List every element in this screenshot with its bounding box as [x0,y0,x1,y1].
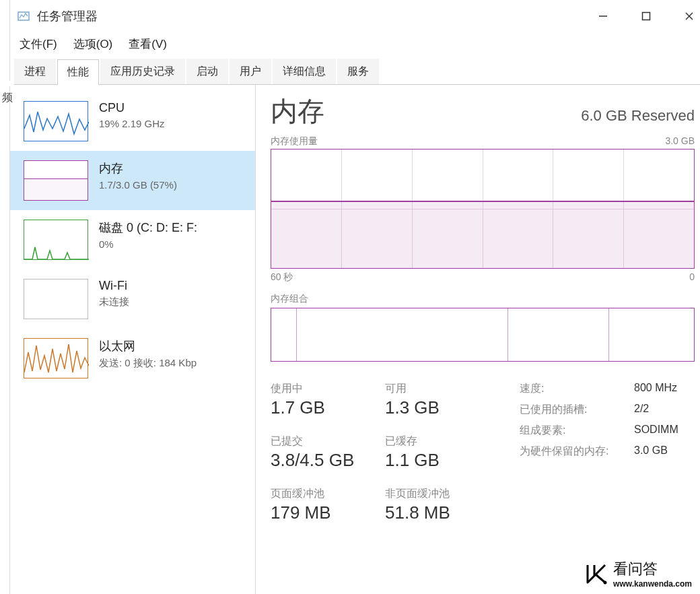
spec-slots-value: 2/2 [634,403,678,417]
specs-grid: 速度: 800 MHz 已使用的插槽: 2/2 组成要素: SODIMM 为硬件… [520,382,678,523]
stat-in-use: 使用中 1.7 GB [271,382,385,418]
chart-max-label: 3.0 GB [665,135,695,147]
spec-form-value: SODIMM [634,424,678,438]
performance-sidebar: CPU 19% 2.19 GHz 内存 1.7/3.0 GB (57%) [10,85,256,594]
wifi-detail: 未连接 [99,296,129,308]
memory-total: 6.0 GB Reserved [581,107,695,125]
window-title: 任务管理器 [37,8,595,24]
close-button[interactable] [681,8,697,24]
minimize-button[interactable] [595,8,611,24]
ethernet-thumb-icon [24,338,88,378]
stat-nonpaged-pool: 非页面缓冲池 51.8 MB [385,487,499,523]
stats-grid: 使用中 1.7 GB 可用 1.3 GB 已提交 3.8/4.5 GB 已缓存 … [271,382,499,523]
sidebar-item-cpu[interactable]: CPU 19% 2.19 GHz [10,92,255,151]
stat-committed-label: 已提交 [271,434,385,449]
spec-form-label: 组成要素: [520,424,634,438]
memory-composition-chart [271,308,695,362]
disk-thumb-icon [24,220,88,260]
tab-services[interactable]: 服务 [337,59,379,84]
stat-in-use-label: 使用中 [271,382,385,396]
tab-startup[interactable]: 启动 [186,59,228,84]
tab-users[interactable]: 用户 [230,59,271,84]
main-header: 内存 6.0 GB Reserved [271,93,695,130]
stat-paged-label: 页面缓冲池 [271,487,385,501]
sidebar-item-memory[interactable]: 内存 1.7/3.0 GB (57%) [10,151,255,210]
disk-detail: 0% [99,238,197,250]
menu-file[interactable]: 文件(F) [20,36,57,52]
sidebar-item-wifi[interactable]: Wi-Fi 未连接 [10,269,255,329]
memory-detail: 1.7/3.0 GB (57%) [99,179,177,191]
stat-nonpaged-label: 非页面缓冲池 [385,487,499,501]
task-manager-window: 任务管理器 文件(F) 选项(O) 查看(V) 进程 性能 应用历史记录 启动 … [9,0,700,594]
tab-app-history[interactable]: 应用历史记录 [100,59,185,84]
spec-speed-label: 速度: [520,382,634,396]
spec-reserved-value: 3.0 GB [634,444,678,459]
titlebar: 任务管理器 [10,0,700,32]
tab-performance[interactable]: 性能 [57,59,99,85]
svg-point-5 [604,581,607,585]
stat-available: 可用 1.3 GB [385,382,499,418]
menubar: 文件(F) 选项(O) 查看(V) [10,32,700,59]
composition-title: 内存组合 [271,293,695,305]
chart-header-labels: 内存使用量 3.0 GB [271,135,695,147]
stat-cached: 已缓存 1.1 GB [385,434,499,471]
memory-usage-chart [271,149,695,269]
stat-cached-value: 1.1 GB [385,450,499,471]
spec-reserved-label: 为硬件保留的内存: [520,444,634,459]
menu-view[interactable]: 查看(V) [129,36,167,52]
cpu-thumb-icon [24,101,88,141]
spec-slots-label: 已使用的插槽: [520,403,634,417]
tab-processes[interactable]: 进程 [14,59,56,84]
cropped-adjacent-tab: 频 [0,81,14,86]
wifi-thumb-icon [24,279,88,319]
window-controls [595,8,697,24]
wifi-label: Wi-Fi [99,279,129,293]
chart-axis-labels: 60 秒 0 [271,271,695,284]
cpu-detail: 19% 2.19 GHz [99,118,165,129]
stat-paged-pool: 页面缓冲池 179 MB [271,487,385,523]
stat-available-value: 1.3 GB [385,397,499,418]
axis-right-label: 0 [689,271,695,284]
stat-available-label: 可用 [385,382,499,396]
stat-committed-value: 3.8/4.5 GB [271,450,385,471]
main-panel: 内存 6.0 GB Reserved 内存使用量 3.0 GB 60 秒 0 [256,85,700,594]
watermark-url: www.kanwenda.com [613,579,692,589]
app-icon [17,9,30,23]
stat-nonpaged-value: 51.8 MB [385,502,499,523]
axis-left-label: 60 秒 [271,271,293,284]
tab-strip: 进程 性能 应用历史记录 启动 用户 详细信息 服务 [10,59,700,85]
content-area: CPU 19% 2.19 GHz 内存 1.7/3.0 GB (57%) [10,85,700,594]
sidebar-item-disk[interactable]: 磁盘 0 (C: D: E: F: 0% [10,210,255,269]
menu-options[interactable]: 选项(O) [73,36,113,52]
stat-paged-value: 179 MB [271,502,385,523]
spec-speed-value: 800 MHz [634,382,678,396]
memory-thumb-icon [24,160,88,201]
watermark-text: 看问答 [613,559,692,579]
stat-in-use-value: 1.7 GB [271,397,385,418]
cpu-label: CPU [99,101,165,115]
watermark-logo-icon [585,562,608,585]
chart-title-label: 内存使用量 [271,135,318,147]
stats-section: 使用中 1.7 GB 可用 1.3 GB 已提交 3.8/4.5 GB 已缓存 … [271,382,695,523]
stat-committed: 已提交 3.8/4.5 GB [271,434,385,471]
sidebar-item-ethernet[interactable]: 以太网 发送: 0 接收: 184 Kbp [10,329,255,388]
stat-cached-label: 已缓存 [385,434,499,449]
svg-rect-2 [643,13,650,20]
disk-label: 磁盘 0 (C: D: E: F: [99,220,197,236]
memory-label: 内存 [99,160,177,176]
page-title: 内存 [271,93,324,130]
ethernet-detail: 发送: 0 接收: 184 Kbp [99,357,197,370]
tab-details[interactable]: 详细信息 [273,59,336,84]
ethernet-label: 以太网 [99,338,197,354]
watermark: 看问答 www.kanwenda.com [585,559,692,589]
maximize-button[interactable] [638,8,654,24]
